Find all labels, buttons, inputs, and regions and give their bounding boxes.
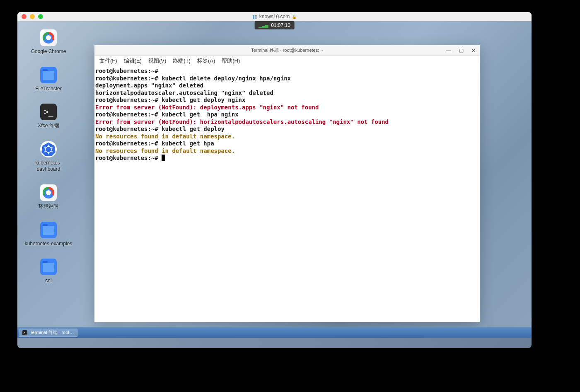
close-window-button[interactable] [22, 14, 27, 19]
icon-label: Xfce 终端 [38, 123, 59, 129]
desktop-icon-filetransfer[interactable]: FileTransfer [24, 67, 73, 92]
browser-window: ▮▯ knows10.com 🔒 ▁▃▅ 01:07:10 Google Chr… [17, 12, 532, 348]
terminal-line: root@kubernetes:~# kubectl get deploy ng… [95, 97, 479, 104]
icon-label: kubernetes-examples [25, 241, 72, 247]
terminal-line: Error from server (NotFound): horizontal… [95, 119, 479, 126]
browser-titlebar: ▮▯ knows10.com 🔒 [17, 12, 532, 21]
icon-label: 环境说明 [39, 203, 58, 210]
terminal-line: deployment.apps "nginx" deleted [95, 82, 479, 90]
terminal-line: root@kubernetes:~# [95, 68, 479, 75]
desktop-icon-cni[interactable]: cni [24, 259, 73, 284]
kubernetes-icon [40, 141, 57, 157]
desktop-icon-k8s-examples[interactable]: kubernetes-examples [24, 222, 73, 247]
terminal-line: No resources found in default namespace. [95, 148, 479, 155]
terminal-line: root@kubernetes:~# kubectl delete deploy… [95, 75, 479, 82]
taskbar: >_ Terminal 终端 - root… [17, 327, 532, 338]
desktop-icon-chrome[interactable]: Google Chrome [24, 29, 73, 55]
icon-label: cni [45, 278, 51, 284]
desktop-icons: Google Chrome FileTransfer >_ Xfce 终端 ku… [24, 29, 73, 284]
taskbar-item-label: Terminal 终端 - root… [30, 329, 74, 336]
terminal-window: Terminal 终端 - root@kubernetes: ~ — ▢ ✕ 文… [94, 45, 480, 322]
chrome-icon [40, 29, 57, 46]
terminal-line: No resources found in default namespace. [95, 133, 479, 140]
terminal-line: Error from server (NotFound): deployment… [95, 104, 479, 111]
timer-badge: ▁▃▅ 01:07:10 [254, 21, 295, 29]
terminal-line: root@kubernetes:~# kubectl get deploy [95, 126, 479, 133]
terminal-titlebar[interactable]: Terminal 终端 - root@kubernetes: ~ — ▢ ✕ [94, 45, 480, 56]
terminal-body[interactable]: root@kubernetes:~#root@kubernetes:~# kub… [94, 66, 480, 322]
close-button[interactable]: ✕ [470, 47, 477, 54]
terminal-title: Terminal 终端 - root@kubernetes: ~ [251, 47, 323, 53]
minimize-button[interactable]: — [445, 47, 452, 54]
browser-url-bar[interactable]: ▮▯ knows10.com 🔒 [252, 14, 297, 19]
folder-icon [40, 67, 57, 83]
minimize-window-button[interactable] [30, 14, 35, 19]
terminal-menubar: 文件(F) 编辑(E) 视图(V) 终端(T) 标签(A) 帮助(H) [94, 56, 480, 66]
url-text: knows10.com [259, 14, 290, 19]
menu-edit[interactable]: 编辑(E) [121, 56, 144, 65]
remote-desktop[interactable]: Google Chrome FileTransfer >_ Xfce 终端 ku… [17, 21, 532, 338]
taskbar-item-terminal[interactable]: >_ Terminal 终端 - root… [19, 329, 77, 337]
maximize-window-button[interactable] [38, 14, 43, 19]
menu-file[interactable]: 文件(F) [97, 56, 120, 65]
maximize-button[interactable]: ▢ [457, 47, 465, 54]
terminal-line: root@kubernetes:~# [95, 155, 479, 162]
lock-icon: 🔒 [292, 15, 297, 19]
folder-icon [40, 259, 57, 275]
icon-label: Google Chrome [31, 48, 66, 55]
terminal-icon: >_ [22, 330, 27, 335]
menu-help[interactable]: 帮助(H) [219, 56, 242, 65]
terminal-window-controls: — ▢ ✕ [445, 47, 477, 54]
desktop-icon-xfce-terminal[interactable]: >_ Xfce 终端 [24, 104, 73, 129]
desktop-icon-k8s-dashboard[interactable]: kubernetes-dashboard [24, 141, 73, 173]
signal-icon: ▁▃▅ [259, 23, 268, 28]
menu-terminal[interactable]: 终端(T) [170, 56, 193, 65]
terminal-line: root@kubernetes:~# kubectl get hpa nginx [95, 111, 479, 119]
terminal-line: root@kubernetes:~# kubectl get hpa [95, 140, 479, 148]
desktop-icon-env-desc[interactable]: 环境说明 [24, 184, 73, 210]
terminal-line: horizontalpodautoscaler.autoscaling "ngi… [95, 90, 479, 97]
chrome-icon [40, 184, 57, 201]
menu-tabs[interactable]: 标签(A) [195, 56, 218, 65]
icon-label: kubernetes-dashboard [24, 160, 73, 173]
timer-value: 01:07:10 [271, 22, 290, 28]
mac-window-controls [17, 14, 43, 19]
terminal-icon: >_ [40, 104, 57, 120]
folder-icon [40, 222, 57, 238]
cursor [162, 155, 165, 161]
site-info-icon: ▮▯ [252, 14, 257, 19]
icon-label: FileTransfer [35, 86, 62, 92]
menu-view[interactable]: 视图(V) [146, 56, 169, 65]
